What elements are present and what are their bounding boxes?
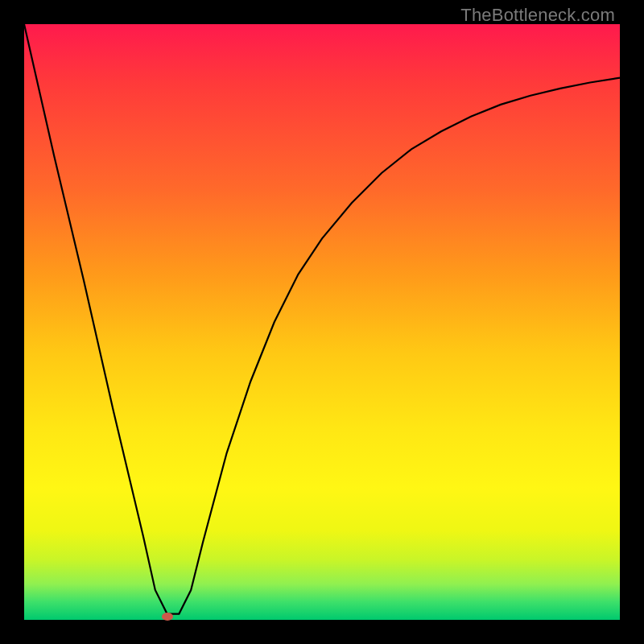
optimal-point-marker xyxy=(162,613,173,621)
plot-area xyxy=(24,24,620,620)
watermark-text: TheBottleneck.com xyxy=(460,5,615,26)
chart-frame: TheBottleneck.com xyxy=(0,0,644,644)
curve-path xyxy=(24,24,620,614)
bottleneck-curve xyxy=(24,24,620,620)
